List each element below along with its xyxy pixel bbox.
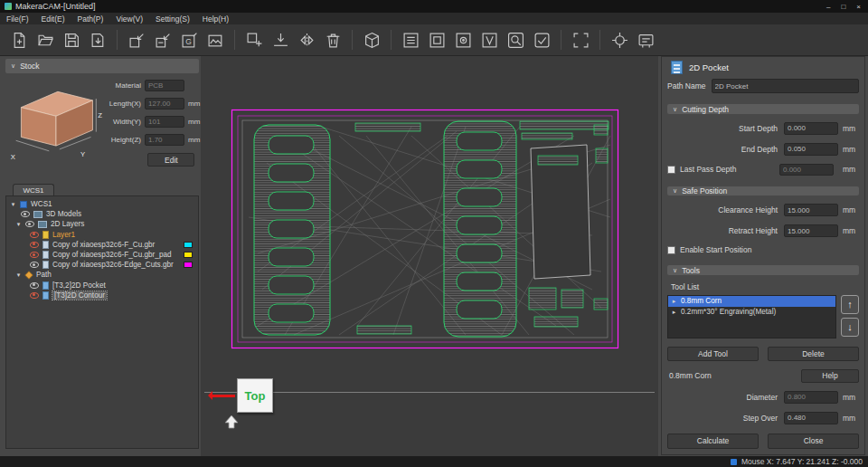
tree-caret-icon[interactable]: ▾ xyxy=(10,201,16,208)
material-select[interactable] xyxy=(145,80,184,91)
tree-item-2d-pocket[interactable]: [T3,2]2D Pocket xyxy=(6,281,198,291)
new-file-icon[interactable] xyxy=(7,28,31,52)
collapse-caret-icon[interactable]: ∨ xyxy=(673,106,677,113)
collapse-caret-icon[interactable]: ∨ xyxy=(673,187,677,195)
expand-icon[interactable]: ▸ xyxy=(671,298,677,305)
tree-item-copy-f-cu[interactable]: Copy of xiaoesp32c6-F_Cu.gbr xyxy=(6,240,198,250)
step-over-input[interactable] xyxy=(784,412,838,424)
tool-list-item[interactable]: ▸ 0.8mm Corn xyxy=(668,296,835,307)
preview-icon[interactable] xyxy=(504,28,527,52)
down-arrow-icon: ↓ xyxy=(847,321,853,332)
import-2d-vector-icon[interactable] xyxy=(151,28,175,52)
simulate-icon[interactable] xyxy=(530,28,553,52)
tool-item-label: 0.8mm Corn xyxy=(681,297,722,305)
import-gerber-icon[interactable]: G xyxy=(177,28,201,52)
tree-item-path[interactable]: ▾ Path xyxy=(6,270,198,280)
menu-path[interactable]: Path(P) xyxy=(71,13,110,24)
set-origin-icon[interactable] xyxy=(608,28,631,52)
visibility-eye-icon[interactable] xyxy=(30,292,39,299)
start-depth-input[interactable] xyxy=(784,122,838,135)
fit-view-icon[interactable] xyxy=(569,28,592,52)
tree-item-2d-layers[interactable]: ▾ 2D Layers xyxy=(6,219,198,229)
last-pass-depth-input[interactable] xyxy=(779,164,834,176)
delete-icon[interactable] xyxy=(321,28,344,52)
stock-section-header[interactable]: ∨ Stock xyxy=(5,59,199,73)
tool-list-item[interactable]: ▸ 0.2mm*30° Engraving(Metal) xyxy=(668,307,835,318)
viewport[interactable]: Top xyxy=(201,56,658,456)
cutting-depth-section-header[interactable]: ∨ Cutting Depth xyxy=(667,104,859,114)
diameter-input[interactable] xyxy=(784,391,838,404)
path-drill-icon[interactable] xyxy=(451,28,475,52)
open-file-icon[interactable] xyxy=(33,28,57,52)
width-input[interactable] xyxy=(145,116,184,128)
tree-caret-icon[interactable]: ▾ xyxy=(15,221,22,228)
add-shape-icon[interactable] xyxy=(242,28,266,52)
view-orientation-label[interactable]: Top xyxy=(237,378,273,413)
save-as-icon[interactable] xyxy=(86,28,109,52)
tree-item-edge-cuts[interactable]: Copy of xiaoesp32c6-Edge_Cuts.gbr xyxy=(6,260,198,270)
move-tool-up-button[interactable]: ↑ xyxy=(841,295,859,314)
mirror-icon[interactable] xyxy=(295,28,318,52)
push-to-plane-icon[interactable] xyxy=(269,28,292,52)
toolbar-separator xyxy=(561,30,561,50)
add-tool-button[interactable]: Add Tool xyxy=(667,347,759,361)
path-contour-icon[interactable] xyxy=(425,28,448,52)
tree-item-layer1[interactable]: Layer1 xyxy=(6,230,198,240)
safe-position-section-header[interactable]: ∨ Safe Position xyxy=(667,186,859,196)
save-file-icon[interactable] xyxy=(60,28,83,52)
tree-caret-icon[interactable]: ▾ xyxy=(15,272,22,279)
maximize-icon[interactable]: □ xyxy=(841,3,845,11)
path-group-icon xyxy=(24,271,33,279)
visibility-eye-icon[interactable] xyxy=(30,262,39,268)
path-name-input[interactable] xyxy=(712,79,859,93)
machine-panel-icon[interactable] xyxy=(634,28,657,52)
length-input[interactable] xyxy=(145,98,184,110)
end-depth-input[interactable] xyxy=(784,143,838,156)
menu-file[interactable]: File(F) xyxy=(0,13,35,24)
minimize-icon[interactable]: – xyxy=(826,3,830,11)
path-engrave-icon[interactable] xyxy=(477,28,501,52)
visibility-eye-icon[interactable] xyxy=(30,252,39,258)
menu-help[interactable]: Help(H) xyxy=(196,13,235,24)
layer-color-swatch[interactable] xyxy=(184,262,193,268)
unit-label: mm xyxy=(843,226,859,235)
visibility-eye-icon[interactable] xyxy=(30,282,39,289)
step-over-label: Step Over xyxy=(667,414,778,423)
calculate-button[interactable]: Calculate xyxy=(667,434,759,449)
collapse-caret-icon[interactable]: ∨ xyxy=(673,267,677,274)
layer-color-swatch[interactable] xyxy=(184,252,193,258)
last-pass-depth-checkbox[interactable] xyxy=(667,166,675,174)
tools-section-header[interactable]: ∨ Tools xyxy=(667,265,859,275)
visibility-eye-icon[interactable] xyxy=(21,211,30,217)
enable-start-position-checkbox[interactable] xyxy=(667,246,675,254)
import-3d-model-icon[interactable] xyxy=(125,28,148,52)
expand-icon[interactable]: ▸ xyxy=(671,309,677,316)
collapse-caret-icon[interactable]: ∨ xyxy=(11,62,15,70)
clearance-height-input[interactable] xyxy=(784,204,838,216)
tree-item-wcs1[interactable]: ▾ WCS1 xyxy=(6,199,198,209)
tree-item-3d-models[interactable]: 3D Models xyxy=(6,209,198,219)
visibility-eye-icon[interactable] xyxy=(30,232,39,238)
tree-item-2d-contour[interactable]: [T3]2D Contour xyxy=(6,291,198,300)
delete-tool-button[interactable]: Delete xyxy=(768,347,859,361)
retract-height-input[interactable] xyxy=(784,224,838,237)
tab-wcs1[interactable]: WCS1 xyxy=(13,184,54,195)
wcs-cube-icon xyxy=(20,201,27,208)
edit-stock-button[interactable]: Edit xyxy=(147,153,194,167)
move-tool-down-button[interactable]: ↓ xyxy=(841,318,859,337)
height-input[interactable] xyxy=(145,134,184,146)
3d-view-icon[interactable] xyxy=(360,28,383,52)
close-icon[interactable]: × xyxy=(856,3,861,11)
close-button[interactable]: Close xyxy=(768,434,859,449)
path-pocket-icon[interactable] xyxy=(399,28,422,52)
menu-view[interactable]: View(V) xyxy=(109,13,149,24)
visibility-eye-icon[interactable] xyxy=(30,242,39,248)
tree-item-label: Copy of xiaoesp32c6-F_Cu.gbr_pad xyxy=(52,251,172,259)
help-button[interactable]: Help xyxy=(801,369,859,383)
layer-color-swatch[interactable] xyxy=(184,242,193,248)
menu-setting[interactable]: Setting(S) xyxy=(149,13,196,24)
menu-edit[interactable]: Edit(E) xyxy=(35,13,71,24)
tree-item-copy-f-cu-pad[interactable]: Copy of xiaoesp32c6-F_Cu.gbr_pad xyxy=(6,250,198,260)
visibility-eye-icon[interactable] xyxy=(25,221,34,227)
import-image-icon[interactable] xyxy=(203,28,227,52)
